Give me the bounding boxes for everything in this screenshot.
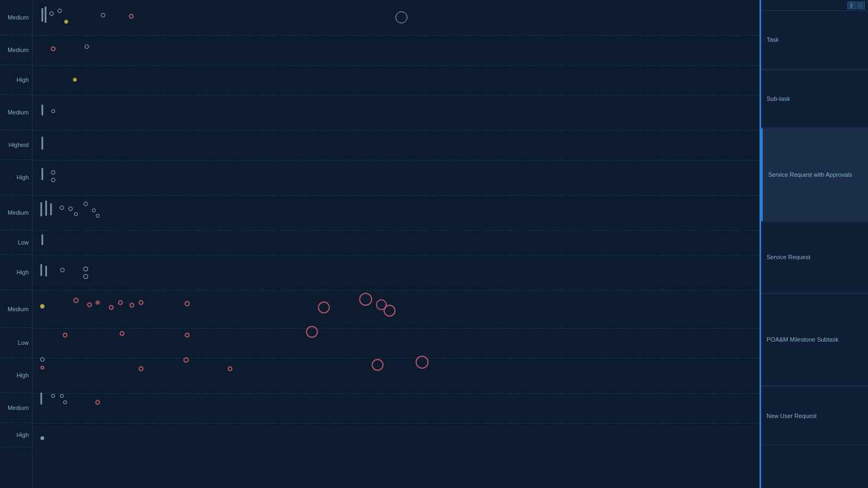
legend-label-task: Task [767, 36, 779, 43]
stick [50, 203, 52, 215]
dot [130, 303, 135, 308]
dot [84, 274, 88, 279]
dot [118, 300, 123, 305]
legend-item-poam[interactable]: POA&M Milestone Subtask [761, 294, 868, 387]
dot-large [384, 305, 395, 317]
dot [87, 303, 92, 307]
priority-medium-3: Medium [0, 95, 32, 130]
dot [65, 20, 68, 24]
dot [60, 394, 64, 398]
dot-large [318, 301, 330, 313]
dot-large [395, 11, 407, 23]
legend-btn-columns[interactable]: || [847, 2, 856, 9]
dot [183, 357, 189, 363]
dot [52, 110, 55, 113]
dot [92, 209, 96, 213]
scatter-area [33, 0, 760, 488]
dot [101, 13, 105, 17]
priority-medium-2: Medium [0, 35, 32, 65]
dot [60, 268, 65, 272]
stick [42, 168, 43, 180]
stick [42, 105, 43, 115]
legend-label-poam: POA&M Milestone Subtask [767, 336, 839, 343]
dot [139, 300, 144, 305]
priority-high-1: High [0, 65, 32, 95]
stick [46, 266, 47, 277]
legend-item-service-request[interactable]: Service Request [761, 222, 868, 293]
dot [120, 331, 125, 336]
priority-highest-1: Highest [0, 130, 32, 160]
dot [58, 9, 62, 13]
dot [95, 400, 100, 405]
priority-low-1: Low [0, 230, 32, 255]
dot [85, 44, 89, 49]
legend-label-service-request: Service Request [767, 254, 810, 260]
dot [60, 206, 64, 210]
dot [95, 300, 100, 305]
stick [46, 201, 47, 216]
priority-medium-6: Medium [0, 393, 32, 423]
legend-item-subtask[interactable]: Sub-task [761, 70, 868, 129]
dot [74, 213, 78, 216]
dot-large [372, 359, 384, 371]
dot [40, 357, 44, 362]
legend-header: || □ [761, 0, 868, 11]
dot [96, 214, 100, 218]
dot [84, 202, 88, 206]
legend-label-new-user-request: New User Request [767, 413, 816, 419]
dot-large [416, 356, 429, 369]
dot [139, 367, 144, 371]
dot [228, 367, 233, 371]
priority-medium-5: Medium [0, 290, 32, 328]
dot [184, 301, 190, 306]
dot [185, 333, 190, 338]
stick [41, 264, 42, 276]
priority-low-2: Low [0, 328, 32, 358]
stick [42, 137, 43, 150]
legend-panel: || □ Task Sub-task Service Request with … [760, 0, 868, 488]
dot [63, 333, 68, 338]
dot [41, 436, 44, 440]
dot [40, 304, 44, 309]
stick [42, 8, 43, 22]
stick [45, 7, 47, 23]
priority-labels: Medium Medium High Medium Highest High M… [0, 0, 33, 488]
legend-item-service-request-approvals[interactable]: Service Request with Approvals [761, 129, 868, 221]
stick [41, 202, 42, 216]
dot [73, 298, 79, 303]
stick [42, 234, 43, 245]
priority-medium-1: Medium [0, 0, 32, 35]
dot [51, 47, 56, 52]
dot-large [306, 326, 318, 338]
priority-high-4: High [0, 358, 32, 393]
priority-medium-4: Medium [0, 195, 32, 230]
dot [84, 267, 88, 272]
dot-large [359, 293, 372, 306]
dot [51, 178, 55, 182]
priority-high-3: High [0, 255, 32, 290]
stick [41, 393, 42, 404]
legend-item-task[interactable]: Task [761, 11, 868, 69]
dot [109, 305, 114, 310]
legend-label-subtask: Sub-task [767, 95, 790, 102]
dot [49, 11, 54, 16]
priority-high-2: High [0, 160, 32, 195]
dot [41, 366, 44, 370]
dot [73, 78, 77, 82]
dot [51, 170, 55, 175]
dot [129, 14, 134, 19]
legend-label-service-request-approvals: Service Request with Approvals [768, 171, 852, 178]
legend-item-new-user-request[interactable]: New User Request [761, 387, 868, 445]
priority-high-5: High [0, 423, 32, 447]
dot [63, 401, 67, 404]
legend-btn-expand[interactable]: □ [857, 2, 865, 9]
dot [68, 207, 73, 211]
dot [52, 394, 55, 398]
